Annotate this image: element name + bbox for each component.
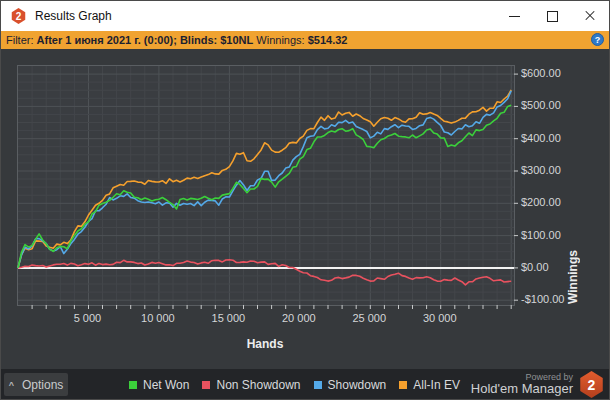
chart-panel: 5 00010 00015 00020 00025 00030 000 $600… [1,49,609,399]
x-tick-label: 15 000 [198,312,258,324]
maximize-icon [547,11,558,22]
filter-text-segment: After 1 июня 2021 г. (0:00); Blinds: $10… [37,34,254,46]
legend-label: Net Won [143,378,189,392]
y-tick-label: $100.00 [521,229,561,241]
x-tick-label: 10 000 [128,312,188,324]
footer-bar: ^ Options Net WonNon ShowdownShowdownAll… [1,369,609,400]
legend-label: Showdown [328,378,387,392]
legend-item-net-won[interactable]: Net Won [129,378,189,392]
legend-label: All-In EV [413,378,460,392]
y-tick-label: $200.00 [521,196,561,208]
y-tick-label: $400.00 [521,132,561,144]
series-non-showdown [18,260,511,285]
y-axis-title: Winnings [566,65,580,304]
hm2-brand-logo-icon: 2 [579,371,604,398]
legend-item-showdown[interactable]: Showdown [314,378,387,392]
hm2-logo-number: 2 [16,11,22,22]
y-tick-label: $600.00 [521,67,561,79]
close-icon [584,10,596,22]
filter-text-segment: $514.32 [308,34,348,46]
close-button[interactable] [571,1,609,31]
legend-swatch-icon [129,381,137,389]
hm2-logo-icon: 2 [11,8,26,24]
legend-label: Non Showdown [216,378,300,392]
window-title: Results Graph [35,9,112,23]
y-tick-label: -$100.00 [521,293,564,305]
legend-item-non-showdown[interactable]: Non Showdown [202,378,300,392]
brand-name: Hold'em Manager [471,382,573,397]
filter-text-segment: Winnings: [253,34,307,46]
options-button-label: Options [22,378,63,392]
minimize-icon [509,16,520,17]
plot-area[interactable] [17,65,515,306]
filter-bar[interactable]: Filter: After 1 июня 2021 г. (0:00); Bli… [1,31,609,49]
maximize-button[interactable] [533,1,571,31]
y-tick-label: $300.00 [521,164,561,176]
x-tick-label: 25 000 [339,312,399,324]
legend-swatch-icon [314,381,322,389]
x-axis-title: Hands [17,337,513,351]
legend-swatch-icon [399,381,407,389]
legend-swatch-icon [202,381,210,389]
caret-up-icon: ^ [9,380,14,390]
results-graph-window: 2 Results Graph Filter: After 1 июня 202… [0,0,610,400]
minimize-button[interactable] [495,1,533,31]
filter-text-segment: Filter: [6,34,37,46]
x-tick-label: 20 000 [269,312,329,324]
legend-item-all-in-ev[interactable]: All-In EV [399,378,460,392]
x-tick-label: 30 000 [410,312,470,324]
results-graph [18,66,514,305]
y-tick-label: $0.00 [521,261,549,273]
y-tick-label: $500.00 [521,99,561,111]
help-icon[interactable]: ? [591,33,604,46]
powered-by-block: Powered by Hold'em Manager 2 [471,371,604,398]
options-button[interactable]: ^ Options [4,373,68,396]
window-controls [495,1,609,31]
title-bar: 2 Results Graph [1,1,609,31]
chart-legend: Net WonNon ShowdownShowdownAll-In EV [129,373,460,396]
x-tick-label: 5 000 [57,312,117,324]
